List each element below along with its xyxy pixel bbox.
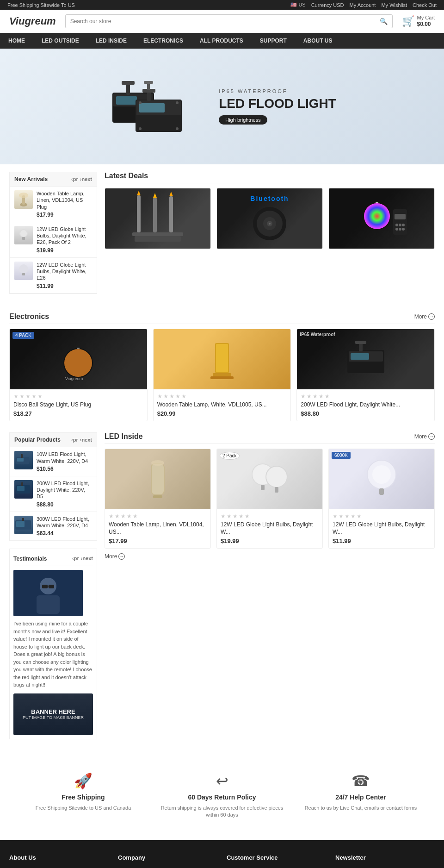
checkout-link[interactable]: Check Out bbox=[413, 2, 437, 8]
latest-deals-section: New Arrivals ‹pr ›next Wooden Table Lamp… bbox=[9, 172, 435, 301]
led-inside-more-link-bottom[interactable]: More → bbox=[105, 553, 435, 560]
electronics-grid: 4 PACK Viugreum ★★★★★ Disco Ball Stag bbox=[9, 329, 435, 422]
svg-rect-72 bbox=[37, 595, 60, 614]
latest-deals-content: Latest Deals bbox=[105, 172, 435, 301]
svg-rect-74 bbox=[49, 585, 54, 588]
latest-deals-header: Latest Deals bbox=[105, 172, 435, 183]
feature-shipping-desc: Free Shipping Sitewide to US and Canada bbox=[36, 805, 131, 812]
new-arrivals-next[interactable]: ›next bbox=[80, 176, 92, 182]
nav-item-led-outside[interactable]: LED OUTSIDE bbox=[33, 33, 87, 49]
popular-item-0[interactable]: 10W LED Flood Light, Warm White, 220V, D… bbox=[10, 447, 97, 476]
feature-free-shipping: 🚀 Free Shipping Free Shipping Sitewide t… bbox=[18, 772, 148, 819]
banner-sub: PUT IMAGE TO MAKE BANNER bbox=[23, 715, 84, 720]
led-inside-price-1: $19.99 bbox=[221, 537, 319, 544]
electronics-section-header: Electronics More → bbox=[9, 312, 435, 324]
svg-rect-50 bbox=[77, 348, 80, 349]
nav-item-led-inside[interactable]: LED INSIDE bbox=[87, 33, 135, 49]
new-arrivals-info-2: 12W LED Globe Light Bulbs, Daylight Whit… bbox=[37, 262, 92, 289]
svg-point-47 bbox=[402, 228, 405, 231]
svg-rect-53 bbox=[216, 344, 228, 372]
electronics-card-0[interactable]: 4 PACK Viugreum ★★★★★ Disco Ball Stag bbox=[9, 329, 148, 422]
nav-item-home[interactable]: HOME bbox=[0, 33, 33, 49]
latest-deals-title: Latest Deals bbox=[105, 172, 148, 180]
led-inside-stars-1: ★★★★★ bbox=[221, 513, 319, 519]
led-inside-stars-2: ★★★★★ bbox=[333, 513, 431, 519]
led-inside-img-1: 2 Pack bbox=[217, 449, 322, 509]
electronics-waterproof-badge: IP65 Waterproof bbox=[300, 332, 335, 337]
led-inside-name-0: Wooden Table Lamp, Linen, VDL1004, US... bbox=[109, 521, 207, 536]
led-inside-more-link[interactable]: More → bbox=[414, 433, 435, 440]
testimonials-next[interactable]: ›next bbox=[81, 556, 93, 562]
svg-rect-3 bbox=[126, 83, 130, 95]
cart-area[interactable]: 🛒 My Cart $0.00 bbox=[402, 14, 435, 28]
svg-rect-88 bbox=[379, 488, 384, 495]
svg-rect-68 bbox=[16, 521, 25, 527]
led-inside-card-0[interactable]: ★★★★★ Wooden Table Lamp, Linen, VDL1004,… bbox=[105, 449, 211, 549]
electronics-img-2: IP65 Waterproof bbox=[297, 329, 434, 389]
site-logo[interactable]: Viugreum bbox=[9, 15, 56, 27]
svg-marker-27 bbox=[137, 191, 141, 195]
hero-title: LED FLOOD LIGHT bbox=[219, 97, 336, 111]
nav-item-support[interactable]: SUPPORT bbox=[252, 33, 295, 49]
svg-rect-31 bbox=[135, 236, 181, 242]
led-inside-card-1[interactable]: 2 Pack ★★★★★ bbox=[216, 449, 323, 549]
new-arrivals-item-0[interactable]: Wooden Table Lamp, Linen, VDL1004, US Pl… bbox=[10, 187, 97, 222]
new-arrivals-item-2[interactable]: 12W LED Globe Light Bulbs, Daylight Whit… bbox=[10, 258, 97, 293]
new-arrivals-info-1: 12W LED Globe Light Bulbs, Daylight Whit… bbox=[37, 226, 92, 254]
popular-item-1[interactable]: 200W LED Flood Light, Daylight White, 22… bbox=[10, 476, 97, 512]
footer-about-title: About Us bbox=[9, 854, 109, 861]
hero-text: IP65 WATERPROOF LED FLOOD LIGHT High bri… bbox=[219, 88, 336, 125]
svg-rect-11 bbox=[144, 81, 153, 84]
latest-deal-card-1[interactable]: Bluetooth bbox=[216, 188, 323, 249]
new-arrivals-prev[interactable]: ‹pr bbox=[71, 176, 78, 182]
popular-next[interactable]: ›next bbox=[80, 437, 92, 443]
testimonial-person-image bbox=[13, 570, 83, 616]
footer-grid: About Us Company Customer Service Newsle… bbox=[9, 854, 435, 867]
search-input[interactable] bbox=[70, 18, 380, 25]
search-bar[interactable]: 🔍 bbox=[65, 14, 393, 28]
electronics-card-2[interactable]: IP65 Waterproof ★★★★★ 200W LED Flood Lig… bbox=[296, 329, 435, 422]
new-arrivals-widget: New Arrivals ‹pr ›next Wooden Table Lamp… bbox=[9, 172, 97, 294]
new-arrivals-header: New Arrivals ‹pr ›next bbox=[10, 172, 97, 187]
my-wishlist-link[interactable]: My Wishlist bbox=[381, 2, 407, 8]
electronics-card-1[interactable]: ★★★★★ Wooden Table Lamp, White, VDL1005,… bbox=[153, 329, 291, 422]
electronics-price-2: $88.80 bbox=[301, 410, 431, 417]
testimonials-widget: Testimonials ‹pr ›next bbox=[9, 549, 97, 739]
feature-help-title: 24/7 Help Center bbox=[335, 793, 386, 801]
latest-deal-card-0[interactable] bbox=[105, 188, 211, 249]
electronics-more-link[interactable]: More → bbox=[414, 313, 435, 320]
search-icon: 🔍 bbox=[380, 18, 388, 25]
electronics-body-1: ★★★★★ Wooden Table Lamp, White, VDL1005,… bbox=[154, 389, 291, 421]
globe-6000k-svg bbox=[361, 454, 402, 505]
svg-rect-54 bbox=[213, 373, 231, 377]
my-account-link[interactable]: My Account bbox=[350, 2, 376, 8]
svg-point-21 bbox=[20, 230, 27, 237]
electronics-more-icon: → bbox=[428, 313, 435, 320]
led-inside-body-2: ★★★★★ 12W LED Globe Light Bulbs, Dayligh… bbox=[329, 509, 434, 548]
svg-point-84 bbox=[266, 467, 287, 487]
latest-deal-card-2[interactable] bbox=[328, 188, 435, 249]
new-arrivals-item-1[interactable]: 12W LED Globe Light Bulbs, Daylight Whit… bbox=[10, 222, 97, 258]
svg-rect-77 bbox=[152, 464, 164, 494]
popular-prev[interactable]: ‹pr bbox=[71, 437, 78, 443]
testimonials-header: Testimonials ‹pr ›next bbox=[13, 553, 93, 566]
cart-info: My Cart $0.00 bbox=[417, 14, 435, 28]
led-inside-price-0: $17.99 bbox=[109, 537, 207, 544]
led-inside-body-1: ★★★★★ 12W LED Globe Light Bulbs, Dayligh… bbox=[217, 509, 322, 548]
header: Viugreum 🔍 🛒 My Cart $0.00 bbox=[0, 10, 444, 33]
led-inside-card-2[interactable]: 6000K ★★★★★ 12W LED Globe Light Bulbs, D bbox=[328, 449, 435, 549]
electronics-name-1: Wooden Table Lamp, White, VDL1005, US... bbox=[157, 401, 287, 409]
popular-item-2[interactable]: 300W LED Flood Light, Warm White, 220V, … bbox=[10, 512, 97, 541]
nav-item-electronics[interactable]: ELECTRONICS bbox=[135, 33, 191, 49]
nav-item-about-us[interactable]: ABOUT US bbox=[295, 33, 341, 49]
testimonials-prev[interactable]: ‹pr bbox=[72, 556, 79, 562]
led-inside-section: Popular Products ‹pr ›next 10W LED Flood… bbox=[9, 432, 435, 747]
new-arrivals-info-0: Wooden Table Lamp, Linen, VDL1004, US Pl… bbox=[37, 190, 92, 218]
currency-selector[interactable]: Currency USD bbox=[311, 2, 344, 8]
testimonials-nav: ‹pr ›next bbox=[72, 556, 93, 562]
svg-rect-75 bbox=[48, 586, 49, 587]
nav-item-all-products[interactable]: ALL PRODUCTS bbox=[191, 33, 252, 49]
cart-label: My Cart bbox=[417, 14, 435, 21]
svg-rect-8 bbox=[147, 92, 151, 101]
electronics-stars-0: ★★★★★ bbox=[13, 393, 143, 400]
